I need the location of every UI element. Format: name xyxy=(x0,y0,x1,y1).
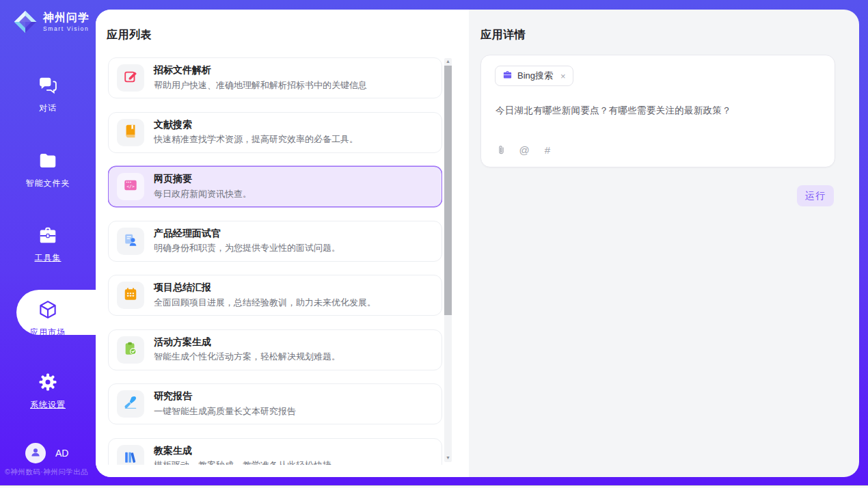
app-card-title: 活动方案生成 xyxy=(154,336,340,348)
app-card[interactable]: 招标文件解析帮助用户快速、准确地理解和解析招标书中的关键信息 xyxy=(108,57,442,98)
app-icon-tile xyxy=(117,336,144,364)
app-card[interactable]: 活动方案生成智能生成个性化活动方案，轻松解决规划难题。 xyxy=(108,329,442,370)
app-card-desc: 全面回顾项目进展，总结经验教训，助力未来优化发展。 xyxy=(154,297,376,309)
tool-tag-bing-search[interactable]: Bing搜索 × xyxy=(495,66,573,86)
app-card-title: 文献搜索 xyxy=(154,119,358,131)
app-card-title: 研究报告 xyxy=(154,390,296,402)
window-bottom-strip xyxy=(0,485,868,488)
web-code-icon: </> xyxy=(123,178,138,195)
app-icon-tile xyxy=(117,228,144,255)
toolbox-icon xyxy=(38,225,58,245)
run-button[interactable]: 运行 xyxy=(797,185,834,206)
sidebar-item-app-market[interactable]: 应用市场 xyxy=(0,299,96,338)
user-account[interactable]: AD xyxy=(25,443,68,463)
brand-subtitle: Smart Vision xyxy=(43,25,90,32)
sidebar: 神州问学 Smart Vision 对话智能文件夹工具集应用市场系统设置 AD … xyxy=(0,0,96,488)
folder-icon xyxy=(38,150,58,171)
briefcase-icon xyxy=(502,70,513,82)
app-card-desc: 一键智能生成高质量长文本研究报告 xyxy=(154,405,296,418)
calendar-icon xyxy=(123,286,138,304)
app-list-panel: 应用列表 招标文件解析帮助用户快速、准确地理解和解析招标书中的关键信息文献搜索快… xyxy=(96,10,469,477)
svg-text:</>: </> xyxy=(126,184,135,189)
sidebar-item-chat[interactable]: 对话 xyxy=(0,75,96,114)
query-input[interactable]: 今日湖北有哪些新闻要点？有哪些需要关注的最新政策？ xyxy=(496,104,821,118)
tool-tag-label: Bing搜索 xyxy=(517,70,553,82)
app-icon-tile xyxy=(117,64,144,92)
scroll-down-icon[interactable]: ▼ xyxy=(444,455,452,461)
app-card-desc: 明确身份和职责，为您提供专业性的面试问题。 xyxy=(154,242,340,254)
app-card[interactable]: </>网页摘要每日政府新闻资讯快查。 xyxy=(108,166,442,207)
app-card[interactable]: 教案生成模板驱动，教案秒成，教学准备从此轻松快捷 xyxy=(108,438,442,465)
at-icon[interactable]: @ xyxy=(518,144,530,156)
app-card-desc: 智能生成个性化活动方案，轻松解决规划难题。 xyxy=(154,351,340,363)
app-card[interactable]: 产品经理面试官明确身份和职责，为您提供专业性的面试问题。 xyxy=(108,221,442,262)
app-detail-title: 应用详情 xyxy=(480,28,526,42)
sidebar-item-label: 工具集 xyxy=(0,252,96,264)
books-icon xyxy=(123,450,138,465)
edit-doc-icon xyxy=(123,69,138,87)
attachment-toolbar: @# xyxy=(495,144,554,156)
app-card-list: 招标文件解析帮助用户快速、准确地理解和解析招标书中的关键信息文献搜索快速精准查找… xyxy=(108,57,442,465)
sidebar-item-settings[interactable]: 系统设置 xyxy=(0,372,96,411)
app-card-desc: 快速精准查找学术资源，提高研究效率的必备工具。 xyxy=(154,133,358,146)
cube-icon xyxy=(38,299,58,320)
avatar[interactable] xyxy=(25,443,46,463)
app-icon-tile: </> xyxy=(117,173,144,200)
sidebar-item-label: 智能文件夹 xyxy=(0,178,96,189)
brand: 神州问学 Smart Vision xyxy=(12,9,90,35)
app-icon-tile xyxy=(117,390,144,418)
app-card[interactable]: 项目总结汇报全面回顾项目进展，总结经验教训，助力未来优化发展。 xyxy=(108,275,442,316)
app-card-desc: 帮助用户快速、准确地理解和解析招标书中的关键信息 xyxy=(154,79,367,92)
main-content: 应用列表 招标文件解析帮助用户快速、准确地理解和解析招标书中的关键信息文献搜索快… xyxy=(96,10,859,477)
app-card[interactable]: 研究报告一键智能生成高质量长文本研究报告 xyxy=(108,383,442,424)
user-icon xyxy=(29,446,42,461)
brand-name: 神州问学 xyxy=(43,12,90,24)
app-list-scrollbar[interactable]: ▲ ▼ xyxy=(444,58,452,462)
sidebar-item-smart-folder[interactable]: 智能文件夹 xyxy=(0,150,96,189)
app-card-title: 网页摘要 xyxy=(154,173,252,185)
app-card-title: 招标文件解析 xyxy=(154,64,367,76)
app-card-desc: 每日政府新闻资讯快查。 xyxy=(154,188,252,200)
app-icon-tile xyxy=(117,445,144,465)
chat-icon xyxy=(38,75,58,96)
diamond-logo-icon xyxy=(12,9,38,35)
app-window: 神州问学 Smart Vision 对话智能文件夹工具集应用市场系统设置 AD … xyxy=(0,0,868,488)
clipboard-check-icon xyxy=(123,341,138,359)
sidebar-item-toolset[interactable]: 工具集 xyxy=(0,225,96,264)
app-card-title: 项目总结汇报 xyxy=(154,282,376,293)
paperclip-icon[interactable] xyxy=(495,144,507,156)
briefcase-icon xyxy=(502,70,513,83)
app-icon-tile xyxy=(117,282,144,309)
app-icon-tile xyxy=(117,119,144,146)
sidebar-item-label: 应用市场 xyxy=(0,327,96,338)
gear-icon xyxy=(38,372,58,392)
app-card-desc: 模板驱动，教案秒成，教学准备从此轻松快捷 xyxy=(154,459,331,465)
hash-icon[interactable]: # xyxy=(541,144,554,156)
scroll-up-icon[interactable]: ▲ xyxy=(444,58,452,65)
user-name: AD xyxy=(55,448,68,459)
scrollbar-thumb[interactable] xyxy=(444,66,452,315)
sidebar-item-label: 系统设置 xyxy=(0,399,96,411)
app-card[interactable]: 文献搜索快速精准查找学术资源，提高研究效率的必备工具。 xyxy=(108,112,442,153)
tag-close-icon[interactable]: × xyxy=(560,71,566,81)
copyright-text: ©神州数码·神州问学出品 xyxy=(5,467,88,477)
sidebar-item-label: 对话 xyxy=(0,103,96,114)
app-card-title: 教案生成 xyxy=(154,445,331,457)
book-icon xyxy=(123,124,138,141)
pen-icon xyxy=(123,395,138,413)
app-card-title: 产品经理面试官 xyxy=(154,228,340,239)
app-detail-panel: 应用详情 Bing搜索 × 今日湖北有哪些新闻要点？有哪些需要关注的最新政策？ … xyxy=(469,10,859,477)
prompt-card: Bing搜索 × 今日湖北有哪些新闻要点？有哪些需要关注的最新政策？ @# xyxy=(480,55,835,167)
interview-icon xyxy=(123,232,138,250)
app-list-title: 应用列表 xyxy=(107,28,152,42)
